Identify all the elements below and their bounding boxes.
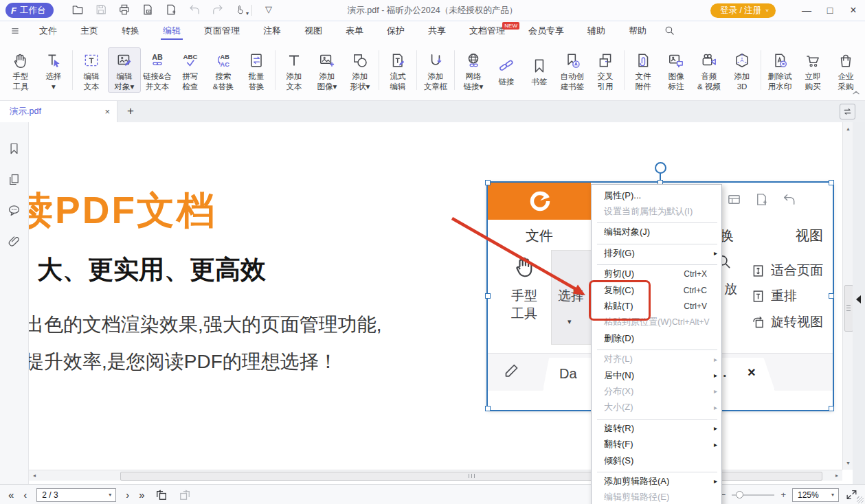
menu-item[interactable]: 文件 bbox=[27, 21, 69, 40]
ribbon-button[interactable] bbox=[454, 50, 455, 90]
context-menu-item[interactable]: ▸ bbox=[592, 220, 721, 225]
context-menu-item[interactable]: 排列(G) ▸ bbox=[592, 245, 721, 261]
ribbon-button[interactable]: 添加 3D bbox=[726, 47, 759, 93]
quick-access-button[interactable]: ▾ bbox=[211, 2, 225, 16]
ribbon-button[interactable] bbox=[72, 50, 73, 90]
ribbon-button[interactable]: 批量 替换 bbox=[240, 47, 273, 93]
context-menu-item[interactable]: 大小(Z) ▸ bbox=[592, 400, 721, 415]
quick-access-button[interactable]: ▾ bbox=[117, 2, 132, 16]
ribbon-button[interactable] bbox=[416, 50, 417, 90]
context-menu-item[interactable]: 粘贴(T) Ctrl+V ▸ bbox=[592, 298, 721, 314]
ribbon-button[interactable]: 选择 ▾ bbox=[37, 47, 70, 93]
context-menu-item[interactable]: ▸ bbox=[592, 468, 721, 473]
context-menu-item[interactable]: 倾斜(S) ▸ bbox=[592, 453, 721, 468]
hamburger-menu-icon[interactable] bbox=[10, 26, 21, 36]
menu-item[interactable]: 主页 bbox=[69, 21, 110, 40]
context-menu-item[interactable]: 删除(D) ▸ bbox=[592, 330, 721, 346]
menu-item[interactable]: 转换 bbox=[110, 21, 151, 40]
context-menu-item[interactable]: 剪切(U) Ctrl+X ▸ bbox=[592, 266, 721, 282]
ribbon-button[interactable]: 删除试 用水印 bbox=[763, 47, 796, 93]
menu-item[interactable]: 表单 bbox=[334, 21, 375, 40]
context-menu-item[interactable]: 粘贴到原位置(W) Ctrl+Alt+V ▸ bbox=[592, 314, 721, 330]
context-menu-item[interactable]: 复制(C) Ctrl+C ▸ bbox=[592, 282, 721, 298]
ribbon-button[interactable]: 添加 文本 bbox=[278, 47, 311, 93]
ribbon-button[interactable]: 授权 管理 bbox=[862, 47, 865, 93]
next-view-icon[interactable] bbox=[178, 488, 192, 502]
sidebar-panel-icon[interactable] bbox=[7, 234, 21, 249]
ribbon-button[interactable]: 添加 文章框 bbox=[419, 47, 452, 93]
ribbon-button[interactable]: 立即 购买 bbox=[796, 47, 829, 93]
context-menu-item[interactable]: 旋转(R) ▸ bbox=[592, 420, 721, 436]
ribbon-button[interactable]: 添加 图像▾ bbox=[311, 47, 344, 93]
ribbon-button[interactable]: 链接 bbox=[490, 53, 523, 88]
search-icon[interactable] bbox=[664, 25, 675, 36]
ribbon-button[interactable]: 搜索 &替换 bbox=[207, 47, 240, 93]
zoom-level-combobox[interactable]: 125% ▾ bbox=[792, 488, 839, 502]
ribbon-button[interactable]: 书签 bbox=[523, 53, 556, 88]
last-page-button[interactable]: » bbox=[139, 490, 144, 500]
quick-access-button[interactable]: ▾ bbox=[234, 2, 249, 16]
selection-handle[interactable] bbox=[485, 293, 491, 299]
menu-item[interactable]: 会员专享 bbox=[517, 21, 576, 40]
menu-item[interactable]: 帮助 bbox=[617, 21, 658, 40]
sidebar-panel-icon[interactable] bbox=[7, 172, 21, 187]
selection-handle[interactable] bbox=[485, 180, 491, 185]
window-resize-grip[interactable] bbox=[857, 496, 864, 503]
scroll-up-icon[interactable]: ▲ bbox=[843, 126, 853, 131]
ribbon-button[interactable]: 编辑 文本 bbox=[75, 47, 108, 93]
context-menu-item[interactable]: 分布(X) ▸ bbox=[592, 383, 721, 399]
rotation-handle[interactable] bbox=[655, 162, 666, 174]
ribbon-button[interactable]: 企业 采购 bbox=[829, 47, 862, 93]
ribbon-button[interactable]: 自动创 建书签 bbox=[556, 47, 589, 93]
scroll-left-icon[interactable]: ◂ bbox=[33, 472, 36, 479]
ribbon-button[interactable]: 添加 形状▾ bbox=[344, 47, 377, 93]
context-menu-item[interactable]: 居中(N) ▸ bbox=[592, 367, 721, 383]
context-menu-item[interactable]: 对齐(L) ▸ bbox=[592, 352, 721, 367]
zoom-slider[interactable] bbox=[732, 494, 774, 496]
minimize-button[interactable]: — bbox=[795, 0, 818, 21]
ribbon-button[interactable] bbox=[761, 50, 761, 90]
ribbon-button[interactable]: 手型 工具 bbox=[4, 47, 37, 93]
sidebar-panel-icon[interactable] bbox=[7, 141, 21, 156]
workspace-button[interactable]: F 工作台 bbox=[5, 3, 54, 18]
context-menu-item[interactable]: ▸ bbox=[592, 262, 721, 266]
ribbon-button[interactable]: 文件 附件 bbox=[627, 47, 660, 93]
page-number-combobox[interactable]: 2 / 3 ▾ bbox=[36, 488, 116, 502]
document-tab[interactable]: 演示.pdf × bbox=[0, 101, 117, 122]
new-tab-button[interactable]: + bbox=[122, 103, 139, 119]
ribbon-button[interactable]: 交叉 引用 bbox=[589, 47, 622, 93]
menu-item[interactable]: 共享 bbox=[416, 21, 458, 40]
quick-access-button[interactable]: ▾ bbox=[94, 2, 109, 16]
quick-access-button[interactable]: ▾ bbox=[71, 2, 85, 16]
ribbon-button[interactable]: 链接&合 并文本 bbox=[141, 47, 174, 93]
swap-view-icon[interactable] bbox=[840, 104, 855, 119]
selection-handle[interactable] bbox=[485, 406, 491, 411]
ribbon-button[interactable]: 流式 编辑 bbox=[381, 47, 414, 93]
customize-toolbar-button[interactable]: ▽ bbox=[265, 4, 272, 14]
context-menu-item[interactable]: ▸ bbox=[592, 415, 721, 420]
ribbon-button[interactable]: 音频 & 视频 bbox=[693, 47, 726, 93]
menu-item[interactable]: 注释 bbox=[251, 21, 293, 40]
scroll-down-icon[interactable]: ▼ bbox=[843, 461, 853, 466]
menu-item[interactable]: 保护 bbox=[375, 21, 416, 40]
maximize-button[interactable]: □ bbox=[818, 0, 842, 21]
close-button[interactable]: × bbox=[842, 0, 865, 21]
sidebar-panel-icon[interactable] bbox=[7, 203, 21, 218]
context-menu-item[interactable]: 翻转(F) ▸ bbox=[592, 436, 721, 452]
ribbon-button[interactable]: 网络 链接▾ bbox=[457, 47, 490, 93]
zoom-in-button[interactable]: + bbox=[780, 490, 786, 499]
previous-page-button[interactable]: ‹ bbox=[23, 490, 27, 500]
menu-item[interactable]: 文档管理 NEW bbox=[458, 21, 517, 40]
context-menu-item[interactable]: 编辑对象(J) ▸ bbox=[592, 225, 721, 240]
menu-item[interactable]: 页面管理 bbox=[192, 21, 251, 40]
ribbon-button[interactable]: 编辑 对象▾ bbox=[108, 47, 141, 93]
vertical-scrollbar[interactable]: ▲ ▼ bbox=[842, 122, 853, 470]
login-register-button[interactable]: 登录 / 注册 ˅ bbox=[710, 3, 776, 18]
menu-item[interactable]: 辅助 bbox=[576, 21, 617, 40]
ribbon-button[interactable]: 拼写 检查 bbox=[174, 47, 207, 93]
context-menu-item[interactable]: 属性(P)... ▸ bbox=[592, 187, 721, 203]
quick-access-button[interactable]: ▾ bbox=[141, 2, 155, 16]
menu-item[interactable]: 编辑 bbox=[151, 21, 192, 40]
collapse-ribbon-icon[interactable] bbox=[851, 88, 861, 98]
scroll-right-icon[interactable]: ▸ bbox=[835, 472, 838, 479]
